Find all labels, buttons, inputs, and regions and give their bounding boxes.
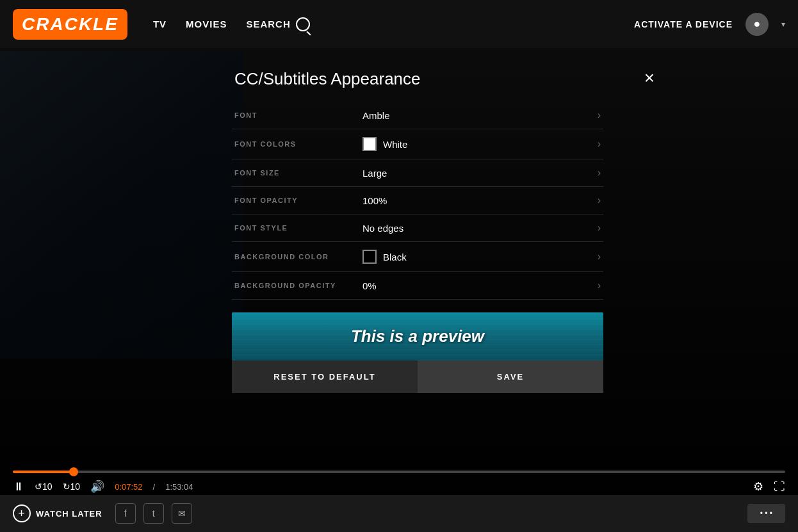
controls-row: ⏸ ↺10 ↻10 🔊 0:07:52 / 1:53:04 ⚙ ⛶ (13, 480, 785, 494)
font-row[interactable]: FONT Amble › (232, 102, 603, 129)
watch-later-label: WATCH LATER (36, 509, 102, 519)
settings-icon[interactable]: ⚙ (753, 480, 763, 494)
total-time: 1:53:04 (165, 482, 193, 492)
bg-opacity-chevron: › (598, 280, 601, 291)
navbar: CRACKLE TV MOVIES SEARCH ACTIVATE A DEVI… (0, 0, 798, 48)
bg-color-label: BACKGROUND COLOR (234, 253, 362, 261)
bg-opacity-row[interactable]: BACKGROUND OPACITY 0% › (232, 272, 603, 300)
watch-later-button[interactable]: + WATCH LATER (13, 504, 102, 522)
nav-search-label: SEARCH (246, 19, 290, 29)
font-value-text: Amble (362, 110, 390, 121)
font-colors-row[interactable]: FONT COLORS White › (232, 129, 603, 159)
font-value: Amble (362, 110, 598, 121)
logo-text: CRACKLE (22, 14, 118, 34)
font-size-row[interactable]: FONT SIZE Large › (232, 159, 603, 187)
fullscreen-icon[interactable]: ⛶ (774, 480, 785, 494)
nav-tv[interactable]: TV (153, 19, 167, 29)
font-style-label: FONT STYLE (234, 224, 362, 232)
activate-device-link[interactable]: ACTIVATE A DEVICE (634, 19, 733, 29)
nav-links: TV MOVIES SEARCH (153, 17, 634, 31)
progress-bar[interactable] (13, 471, 785, 473)
font-opacity-chevron: › (598, 195, 601, 206)
bg-color-text: Black (383, 252, 407, 262)
cc-subtitles-modal: CC/Subtitles Appearance × FONT Amble › F… (232, 69, 603, 393)
font-colors-label: FONT COLORS (234, 140, 362, 148)
facebook-icon[interactable]: f (115, 503, 136, 524)
search-icon (296, 17, 310, 31)
font-style-text: No edges (362, 223, 403, 234)
font-colors-chevron: › (598, 138, 601, 150)
progress-thumb (69, 467, 78, 476)
bg-opacity-text: 0% (362, 280, 377, 291)
rewind-10-button[interactable]: ↺10 (35, 481, 53, 492)
email-icon[interactable]: ✉ (172, 503, 192, 524)
font-size-chevron: › (598, 167, 601, 179)
font-size-value: Large (362, 168, 598, 179)
bottom-bar: + WATCH LATER f t ✉ • • • (0, 495, 798, 532)
font-size-text: Large (362, 168, 387, 179)
ctrl-right: ⚙ ⛶ (753, 480, 785, 494)
modal-title: CC/Subtitles Appearance (234, 69, 603, 89)
volume-button[interactable]: 🔊 (90, 480, 104, 494)
nav-right: ACTIVATE A DEVICE ● ▾ (634, 13, 785, 36)
font-label: FONT (234, 111, 362, 119)
nav-movies[interactable]: MOVIES (186, 19, 227, 29)
font-colors-value: White (362, 137, 598, 151)
preview-text: This is a preview (351, 326, 484, 346)
font-opacity-label: FONT OPACITY (234, 197, 362, 204)
bg-opacity-label: BACKGROUND OPACITY (234, 282, 362, 289)
font-size-label: FONT SIZE (234, 169, 362, 177)
bg-color-value: Black (362, 250, 598, 264)
bg-color-row[interactable]: BACKGROUND COLOR Black › (232, 242, 603, 272)
font-opacity-row[interactable]: FONT OPACITY 100% › (232, 187, 603, 214)
font-opacity-text: 100% (362, 195, 387, 206)
time-separator: / (153, 482, 156, 492)
font-chevron: › (598, 109, 601, 121)
current-time: 0:07:52 (115, 482, 142, 492)
more-button[interactable]: • • • (747, 504, 785, 523)
modal-buttons: RESET TO DEFAULT SAVE (232, 360, 603, 393)
bg-color-chevron: › (598, 251, 601, 262)
bg-opacity-value: 0% (362, 280, 598, 291)
bg-color-swatch-black (362, 250, 377, 264)
preview-area: This is a preview (232, 312, 603, 360)
progress-fill (13, 471, 74, 473)
font-colors-text: White (383, 139, 407, 150)
plus-circle-icon: + (13, 504, 31, 522)
font-style-chevron: › (598, 222, 601, 234)
twitter-icon[interactable]: t (143, 503, 164, 524)
forward-10-button[interactable]: ↻10 (63, 481, 81, 492)
pause-button[interactable]: ⏸ (13, 480, 24, 494)
settings-section: FONT Amble › FONT COLORS White › FONT SI… (232, 102, 603, 300)
nav-search[interactable]: SEARCH (246, 17, 309, 31)
reset-to-default-button[interactable]: RESET TO DEFAULT (232, 360, 418, 393)
save-button[interactable]: SAVE (418, 360, 603, 393)
font-opacity-value: 100% (362, 195, 598, 206)
font-color-swatch-white (362, 137, 377, 151)
user-avatar[interactable]: ● (745, 13, 769, 36)
font-style-row[interactable]: FONT STYLE No edges › (232, 214, 603, 242)
close-button[interactable]: × (644, 69, 655, 87)
font-style-value: No edges (362, 223, 598, 234)
social-icons: f t ✉ (115, 503, 192, 524)
user-dropdown-chevron[interactable]: ▾ (781, 20, 785, 29)
logo[interactable]: CRACKLE (13, 9, 127, 40)
video-controls: ⏸ ↺10 ↻10 🔊 0:07:52 / 1:53:04 ⚙ ⛶ (0, 471, 798, 494)
